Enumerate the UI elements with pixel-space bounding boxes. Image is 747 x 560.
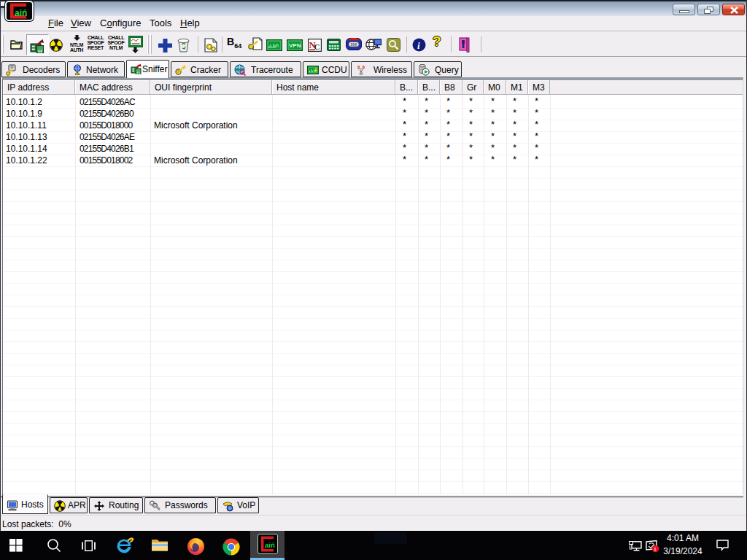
svg-text:!: ! [654,546,657,553]
svg-text:aiń: aiń [265,541,275,549]
svg-text:VPN: VPN [289,42,301,49]
svg-text:888: 888 [351,42,357,47]
svg-text:h: h [276,43,279,48]
svg-text:i: i [417,40,420,51]
